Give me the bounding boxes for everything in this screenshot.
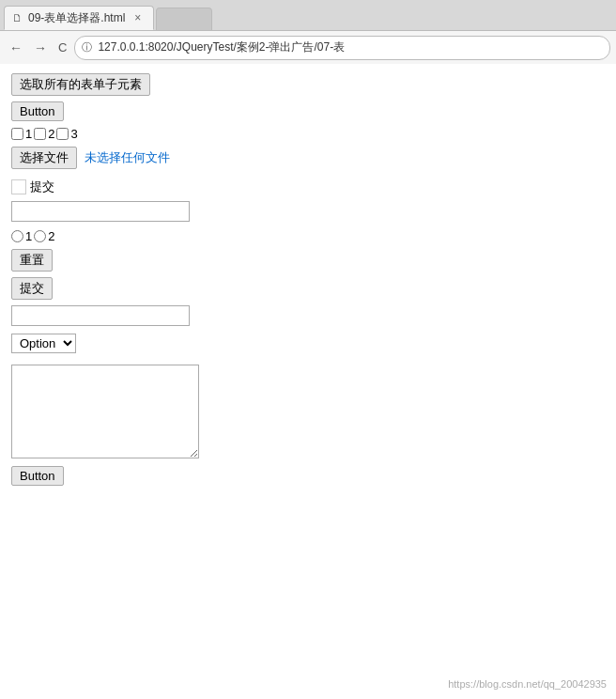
textarea[interactable] [11,365,199,458]
checkbox-2-label: 2 [48,127,54,141]
checkbox-3[interactable] [56,128,69,140]
button-2[interactable]: Button [11,466,64,486]
checkbox-3-label: 3 [70,127,77,141]
inactive-tab[interactable] [156,8,212,30]
submit-img-placeholder [11,179,26,194]
text-input-2[interactable] [11,305,190,326]
address-bar: ← → C ⓘ [0,30,616,64]
reset-button[interactable]: 重置 [11,249,53,272]
refresh-button[interactable]: C [54,39,70,56]
reset-row: 重置 [11,249,605,272]
select-all-row: 选取所有的表单子元素 [11,73,605,96]
address-input[interactable] [74,36,610,60]
radio-1-label: 1 [25,229,32,243]
radio-2[interactable] [34,230,46,242]
forward-button[interactable]: → [30,39,51,57]
submit-img-label: 提交 [30,179,54,195]
file-row: 选择文件 未选择任何文件 [11,147,605,169]
file-choose-button[interactable]: 选择文件 [11,147,77,169]
submit-button[interactable]: 提交 [11,277,53,300]
checkbox-2[interactable] [34,128,46,140]
tab-bar: 🗋 09-表单选择器.html × [0,0,616,30]
text-input-1[interactable] [11,201,190,222]
button-1[interactable]: Button [11,101,64,121]
submit-img-row: 提交 [11,179,605,195]
button2-row: Button [11,466,605,486]
tab-close-btn[interactable]: × [134,11,141,24]
browser-chrome: 🗋 09-表单选择器.html × ← → C ⓘ [0,0,616,64]
active-tab[interactable]: 🗋 09-表单选择器.html × [4,6,154,30]
file-none-label: 未选择任何文件 [85,149,170,166]
radio-group: 1 2 [11,229,605,243]
address-wrapper: ⓘ [74,36,610,60]
checkbox-group: 1 2 3 [11,127,605,141]
tab-label: 09-表单选择器.html [28,10,125,26]
watermark: https://blog.csdn.net/qq_20042935 [448,678,607,690]
tab-file-icon: 🗋 [12,12,23,23]
radio-1[interactable] [11,230,23,242]
select-row: Option [11,334,605,359]
radio-2-label: 2 [48,229,54,243]
select-dropdown[interactable]: Option [11,334,76,353]
address-lock-icon: ⓘ [82,40,92,54]
back-button[interactable]: ← [6,39,26,57]
page-content: 选取所有的表单子元素 Button 1 2 3 选择文件 未选择任何文件 提交 … [0,64,616,699]
checkbox-1[interactable] [11,128,23,140]
checkbox-1-label: 1 [25,127,32,141]
button1-row: Button [11,101,605,121]
select-all-button[interactable]: 选取所有的表单子元素 [11,73,150,96]
submit-row: 提交 [11,277,605,300]
